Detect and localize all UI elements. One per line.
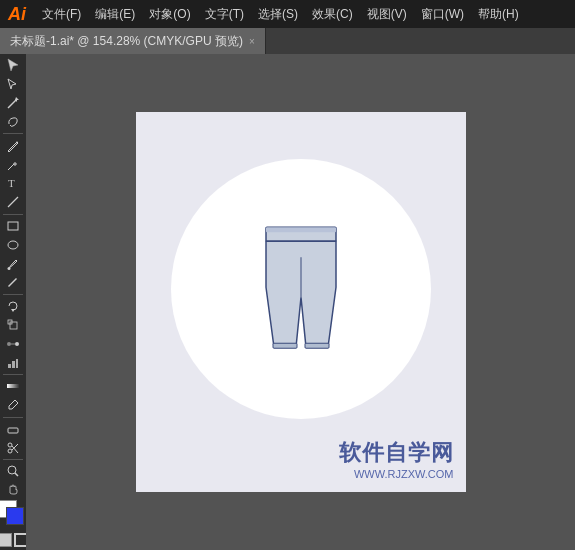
tab-bar: 未标题-1.ai* @ 154.28% (CMYK/GPU 预览) × (0, 28, 575, 54)
stroke-color-button[interactable] (14, 533, 26, 547)
fill-none-button[interactable] (0, 533, 12, 547)
paintbrush-tool[interactable] (0, 254, 26, 273)
menu-edit[interactable]: 编辑(E) (89, 4, 141, 25)
left-toolbar: T (0, 54, 26, 550)
column-graph-tool[interactable] (0, 353, 26, 372)
toolbar-divider-3 (3, 294, 23, 295)
canvas-area[interactable]: 软件自学网 WWW.RJZXW.COM (26, 54, 575, 550)
svg-point-2 (16, 141, 18, 143)
svg-point-22 (8, 449, 12, 453)
svg-line-26 (15, 473, 18, 476)
svg-rect-7 (8, 222, 18, 230)
svg-point-8 (8, 241, 18, 249)
foreground-color-swatch[interactable] (6, 507, 24, 525)
svg-point-25 (8, 466, 16, 474)
rectangle-tool[interactable] (0, 216, 26, 235)
svg-rect-31 (266, 227, 336, 232)
lasso-tool[interactable] (0, 113, 26, 132)
type-tool[interactable]: T (0, 174, 26, 193)
ellipse-tool[interactable] (0, 235, 26, 254)
svg-point-21 (8, 443, 12, 447)
toolbar-divider-4 (3, 374, 23, 375)
main-layout: T (0, 54, 575, 550)
watermark-sub-text: WWW.RJZXW.COM (339, 468, 454, 480)
menu-bar: 文件(F) 编辑(E) 对象(O) 文字(T) 选择(S) 效果(C) 视图(V… (36, 4, 525, 25)
pencil-tool[interactable] (0, 273, 26, 292)
watermark-main-text: 软件自学网 (339, 438, 454, 468)
eraser-tool[interactable] (0, 419, 26, 438)
toolbar-divider-6 (3, 459, 23, 460)
svg-text:T: T (8, 177, 15, 189)
magic-wand-tool[interactable] (0, 94, 26, 113)
svg-line-0 (8, 100, 16, 108)
svg-rect-18 (16, 359, 18, 368)
watermark: 软件自学网 WWW.RJZXW.COM (339, 438, 454, 480)
add-anchor-tool[interactable] (0, 155, 26, 174)
svg-marker-10 (11, 309, 15, 312)
svg-rect-20 (8, 428, 18, 433)
scale-tool[interactable] (0, 316, 26, 335)
document-tab[interactable]: 未标题-1.ai* @ 154.28% (CMYK/GPU 预览) × (0, 28, 266, 54)
menu-window[interactable]: 窗口(W) (415, 4, 470, 25)
toolbar-divider-1 (3, 133, 23, 134)
artboard: 软件自学网 WWW.RJZXW.COM (136, 112, 466, 492)
svg-point-9 (8, 267, 11, 270)
svg-line-6 (8, 197, 18, 207)
menu-select[interactable]: 选择(S) (252, 4, 304, 25)
tab-label: 未标题-1.ai* @ 154.28% (CMYK/GPU 预览) (10, 33, 243, 50)
color-swatch-area[interactable] (0, 500, 26, 529)
menu-text[interactable]: 文字(T) (199, 4, 250, 25)
menu-help[interactable]: 帮助(H) (472, 4, 525, 25)
blend-tool[interactable] (0, 334, 26, 353)
svg-rect-11 (10, 322, 17, 329)
title-bar: Ai 文件(F) 编辑(E) 对象(O) 文字(T) 选择(S) 效果(C) 视… (0, 0, 575, 28)
svg-rect-19 (7, 384, 19, 388)
svg-rect-16 (8, 364, 11, 368)
menu-file[interactable]: 文件(F) (36, 4, 87, 25)
eyedropper-tool[interactable] (0, 396, 26, 415)
menu-effect[interactable]: 效果(C) (306, 4, 359, 25)
select-tool[interactable] (0, 56, 26, 75)
svg-rect-29 (273, 343, 297, 348)
svg-point-13 (7, 342, 11, 346)
direct-select-tool[interactable] (0, 75, 26, 94)
gradient-tool[interactable] (0, 377, 26, 396)
ai-logo: Ai (8, 4, 26, 25)
zoom-tool[interactable] (0, 462, 26, 481)
hand-tool[interactable] (0, 481, 26, 500)
rotate-tool[interactable] (0, 297, 26, 316)
fill-stroke-buttons (0, 533, 26, 547)
menu-object[interactable]: 对象(O) (143, 4, 196, 25)
toolbar-divider-5 (3, 417, 23, 418)
svg-rect-30 (305, 343, 329, 348)
line-tool[interactable] (0, 193, 26, 212)
toolbar-divider-2 (3, 214, 23, 215)
svg-point-14 (15, 342, 19, 346)
pen-tool[interactable] (0, 136, 26, 155)
pants-illustration (246, 217, 356, 380)
scissors-tool[interactable] (0, 438, 26, 457)
tab-close-button[interactable]: × (249, 36, 255, 47)
menu-view[interactable]: 视图(V) (361, 4, 413, 25)
svg-rect-17 (12, 361, 15, 368)
